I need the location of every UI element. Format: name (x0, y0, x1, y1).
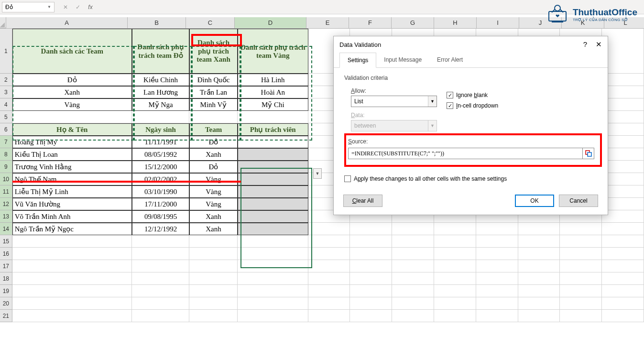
cell[interactable]: Vàng (189, 173, 238, 185)
cell[interactable] (308, 260, 350, 272)
cell[interactable] (602, 123, 644, 136)
cell[interactable] (189, 272, 238, 285)
row-header-17[interactable]: 17 (0, 260, 12, 272)
cell[interactable] (238, 198, 308, 210)
cell[interactable]: Xanh (189, 223, 238, 235)
select-all-corner[interactable] (0, 17, 6, 28)
cell[interactable] (350, 235, 392, 248)
fx-icon[interactable]: fx (86, 3, 95, 11)
row-header-18[interactable]: 18 (0, 272, 12, 285)
cell[interactable]: Vàng (12, 98, 132, 111)
cell[interactable] (434, 310, 476, 322)
cell[interactable] (602, 310, 644, 322)
cell[interactable] (238, 260, 308, 272)
cell[interactable] (434, 272, 476, 285)
cell[interactable] (189, 285, 238, 297)
cell[interactable] (12, 111, 132, 123)
cell[interactable] (308, 297, 350, 310)
cell[interactable] (350, 248, 392, 260)
row-header-19[interactable]: 19 (0, 285, 12, 297)
cell[interactable] (560, 272, 602, 285)
cell[interactable]: 15/12/2000 (132, 161, 189, 173)
cell[interactable]: Vũ Văn Hường (12, 198, 132, 210)
cell[interactable] (518, 272, 560, 285)
cell[interactable] (518, 310, 560, 322)
cell[interactable] (392, 223, 434, 235)
cell[interactable]: Đỏ (189, 136, 238, 148)
cell[interactable]: Minh Vỹ (189, 98, 238, 111)
cell[interactable] (476, 235, 518, 248)
cell[interactable] (602, 74, 644, 86)
cell[interactable] (308, 248, 350, 260)
cell[interactable] (602, 173, 644, 185)
allow-select[interactable]: List ▼ (351, 96, 437, 107)
cell[interactable] (434, 297, 476, 310)
cell[interactable] (602, 235, 644, 248)
cell[interactable] (308, 272, 350, 285)
cell[interactable] (12, 297, 132, 310)
column-header-g[interactable]: G (392, 17, 434, 28)
cell[interactable] (238, 272, 308, 285)
column-header-b[interactable]: B (128, 17, 186, 28)
cell[interactable] (392, 235, 434, 248)
cell[interactable]: Kiều Chinh (132, 74, 189, 86)
row-header-21[interactable]: 21 (0, 310, 12, 322)
cell[interactable] (392, 297, 434, 310)
cell[interactable]: Xanh (12, 86, 132, 98)
row-header-10[interactable]: 10 (0, 173, 12, 185)
cell[interactable] (434, 248, 476, 260)
cell[interactable] (238, 161, 308, 173)
cell[interactable] (602, 136, 644, 148)
cell[interactable]: Vàng (189, 198, 238, 210)
cell[interactable] (189, 310, 238, 322)
row-header-2[interactable]: 2 (0, 74, 12, 86)
cell[interactable] (12, 310, 132, 322)
cell[interactable] (350, 297, 392, 310)
cell[interactable] (350, 310, 392, 322)
cell[interactable] (602, 29, 644, 74)
cell[interactable]: Ngô Thế Nam (12, 173, 132, 185)
cell[interactable]: Liễu Thị Mỹ Linh (12, 185, 132, 198)
cell[interactable] (476, 297, 518, 310)
cell[interactable] (132, 310, 189, 322)
cell[interactable] (12, 285, 132, 297)
cell[interactable] (560, 223, 602, 235)
cell[interactable]: Mỹ Nga (132, 98, 189, 111)
cell[interactable] (12, 260, 132, 272)
cell[interactable] (476, 272, 518, 285)
cell[interactable] (602, 161, 644, 173)
cell[interactable] (518, 285, 560, 297)
cell[interactable] (238, 223, 308, 235)
cell[interactable] (602, 210, 644, 223)
range-picker-icon[interactable] (583, 148, 594, 159)
row-header-11[interactable]: 11 (0, 185, 12, 198)
cell[interactable] (602, 297, 644, 310)
cell[interactable]: 17/11/2000 (132, 198, 189, 210)
cell[interactable] (602, 185, 644, 198)
cell[interactable]: Ngô Trần Mỹ Ngọc (12, 223, 132, 235)
cell[interactable]: Danh sách phụ trách team Vàng (238, 29, 308, 74)
cell[interactable] (189, 248, 238, 260)
row-header-13[interactable]: 13 (0, 210, 12, 223)
cell[interactable] (476, 248, 518, 260)
cell[interactable]: Danh sách phụ trách team Đỏ (132, 29, 189, 74)
cell[interactable] (476, 260, 518, 272)
cell[interactable]: Mỹ Chi (238, 98, 308, 111)
cell[interactable] (602, 86, 644, 98)
row-header-4[interactable]: 4 (0, 98, 12, 111)
column-header-a[interactable]: A (6, 17, 128, 28)
cell[interactable]: Đỏ (12, 74, 132, 86)
cell[interactable] (602, 148, 644, 161)
cell[interactable]: Lan Hương (132, 86, 189, 98)
cell[interactable] (189, 260, 238, 272)
cell[interactable] (350, 285, 392, 297)
cell[interactable] (238, 285, 308, 297)
cell[interactable]: Phụ trách viên (238, 123, 308, 136)
cell[interactable]: Võ Trần Minh Anh (12, 210, 132, 223)
cell[interactable]: 08/05/1992 (132, 148, 189, 161)
cell[interactable]: 11/11/1991 (132, 136, 189, 148)
cell[interactable] (434, 223, 476, 235)
cell[interactable] (392, 285, 434, 297)
cell[interactable]: Danh sách các Team (12, 29, 132, 74)
cell[interactable]: 03/10/1990 (132, 185, 189, 198)
